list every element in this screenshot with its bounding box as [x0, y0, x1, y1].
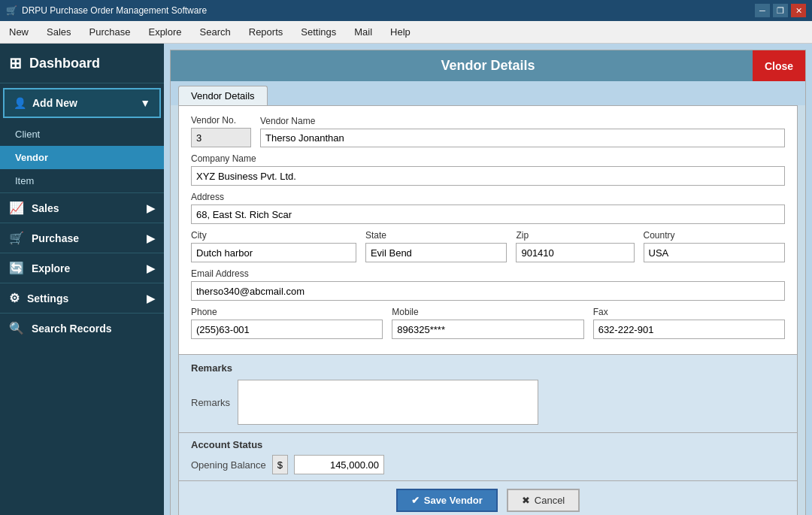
menu-search[interactable]: Search	[191, 23, 240, 41]
city-input[interactable]	[191, 243, 356, 262]
zip-input[interactable]	[516, 243, 634, 262]
fax-input[interactable]	[593, 320, 785, 339]
email-input[interactable]	[191, 281, 785, 301]
account-status-label: Account Status	[191, 439, 785, 450]
company-name-label: Company Name	[191, 153, 785, 164]
settings-arrow-icon: ▶	[147, 292, 155, 304]
account-status-section: Account Status Opening Balance $	[178, 433, 798, 481]
sidebar-add-new[interactable]: 👤 Add New ▼	[3, 88, 161, 118]
email-label: Email Address	[191, 268, 785, 279]
menu-new[interactable]: New	[0, 23, 38, 41]
menu-sales[interactable]: Sales	[38, 23, 80, 41]
cancel-icon: ✖	[522, 495, 530, 506]
state-input[interactable]	[365, 243, 508, 262]
mobile-input[interactable]	[392, 320, 583, 339]
purchase-icon: 🛒	[9, 231, 24, 245]
address-input[interactable]	[191, 204, 785, 224]
minimize-button[interactable]: ─	[755, 4, 770, 17]
vendor-no-input[interactable]	[191, 128, 251, 147]
restore-button[interactable]: ❐	[773, 4, 788, 17]
currency-symbol: $	[272, 455, 288, 474]
balance-input[interactable]	[294, 455, 384, 474]
explore-arrow-icon: ▶	[147, 262, 155, 274]
vendor-header: Vendor Details Close	[171, 50, 805, 81]
opening-balance-label: Opening Balance	[191, 459, 266, 471]
vendor-panel-title: Vendor Details	[441, 58, 535, 73]
mobile-label: Mobile	[392, 307, 583, 317]
sidebar-item-settings[interactable]: ⚙ Settings ▶	[0, 283, 164, 313]
title-bar: 🛒 DRPU Purchase Order Management Softwar…	[0, 0, 812, 21]
vendor-details-tab[interactable]: Vendor Details	[178, 86, 268, 105]
menu-settings[interactable]: Settings	[292, 23, 345, 41]
content-area: Vendor Details Close Vendor Details Vend…	[164, 44, 812, 515]
company-name-input[interactable]	[191, 166, 785, 186]
cancel-button[interactable]: ✖ Cancel	[507, 489, 580, 512]
country-input[interactable]	[644, 243, 786, 262]
fax-label: Fax	[593, 307, 785, 317]
state-label: State	[365, 230, 508, 241]
vendor-name-input[interactable]	[260, 129, 785, 147]
phone-label: Phone	[191, 307, 383, 317]
app-title: DRPU Purchase Order Management Software	[22, 5, 207, 16]
vendor-name-label: Vendor Name	[260, 116, 785, 126]
purchase-arrow-icon: ▶	[147, 232, 155, 244]
save-icon: ✔	[411, 495, 420, 506]
menu-reports[interactable]: Reports	[240, 23, 292, 41]
dashboard-icon: ⊞	[9, 54, 22, 72]
country-label: Country	[644, 230, 786, 241]
sidebar: ⊞ Dashboard 👤 Add New ▼ Client Vendor It…	[0, 44, 164, 515]
sales-arrow-icon: ▶	[147, 202, 155, 214]
menu-explore[interactable]: Explore	[139, 23, 190, 41]
settings-icon: ⚙	[9, 291, 20, 305]
menu-mail[interactable]: Mail	[345, 23, 381, 41]
menu-purchase[interactable]: Purchase	[80, 23, 140, 41]
sidebar-item-purchase[interactable]: 🛒 Purchase ▶	[0, 223, 164, 253]
vendor-close-button[interactable]: Close	[753, 50, 805, 81]
add-new-icon: 👤	[14, 97, 26, 109]
dashboard-label: Dashboard	[29, 56, 100, 71]
remarks-textarea[interactable]	[238, 380, 538, 425]
sidebar-item-client[interactable]: Client	[0, 123, 164, 146]
search-records-icon: 🔍	[9, 321, 24, 335]
remarks-section: Remarks Remarks	[178, 355, 798, 433]
remarks-field-label: Remarks	[191, 397, 230, 408]
vendor-form: Vendor No. Vendor Name Company Name	[178, 105, 798, 355]
explore-icon: 🔄	[9, 261, 24, 275]
sidebar-item-sales[interactable]: 📈 Sales ▶	[0, 192, 164, 223]
phone-input[interactable]	[191, 320, 383, 339]
zip-label: Zip	[516, 230, 634, 241]
sidebar-dashboard[interactable]: ⊞ Dashboard	[0, 44, 164, 83]
sidebar-item-vendor[interactable]: Vendor	[0, 146, 164, 169]
vendor-panel: Vendor Details Close Vendor Details Vend…	[170, 50, 806, 515]
add-new-arrow-icon: ▼	[140, 97, 150, 109]
address-label: Address	[191, 192, 785, 202]
sales-icon: 📈	[9, 201, 24, 215]
menu-help[interactable]: Help	[381, 23, 420, 41]
remarks-section-label: Remarks	[191, 362, 785, 374]
sidebar-item-search-records[interactable]: 🔍 Search Records	[0, 313, 164, 343]
menu-bar: New Sales Purchase Explore Search Report…	[0, 21, 812, 44]
save-vendor-button[interactable]: ✔ Save Vendor	[396, 489, 498, 512]
app-icon: 🛒	[6, 5, 17, 16]
action-row: ✔ Save Vendor ✖ Cancel	[178, 481, 798, 515]
add-new-label: Add New	[32, 97, 77, 109]
window-close-button[interactable]: ✕	[791, 4, 806, 17]
vendor-no-label: Vendor No.	[191, 115, 251, 126]
sidebar-item-explore[interactable]: 🔄 Explore ▶	[0, 253, 164, 283]
city-label: City	[191, 230, 356, 241]
sidebar-item-item[interactable]: Item	[0, 169, 164, 192]
